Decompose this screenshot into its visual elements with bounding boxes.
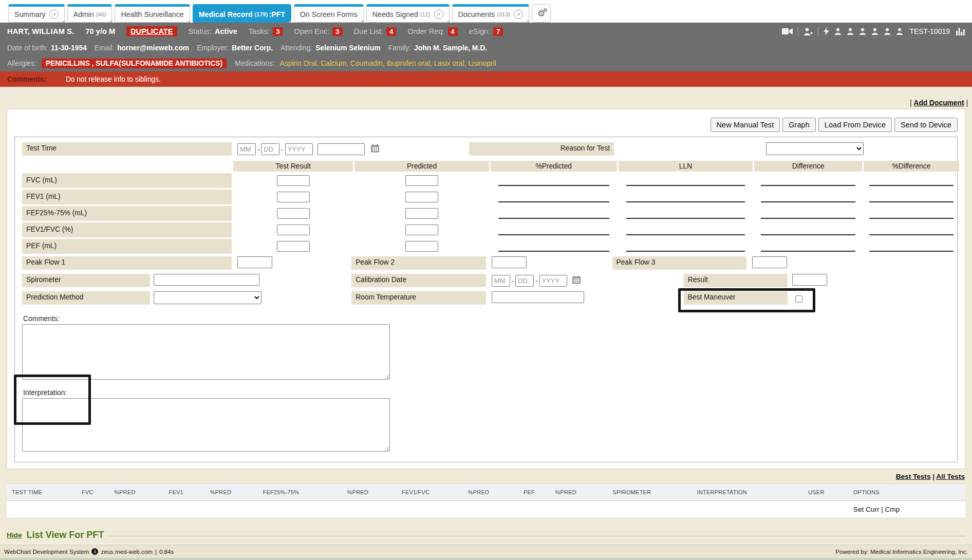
user-icon[interactable] xyxy=(884,28,891,35)
status-label: Status: xyxy=(189,27,212,35)
pef-pct-difference-blank xyxy=(864,239,959,254)
interpretation-textarea[interactable] xyxy=(22,398,390,452)
fev1-predicted-input[interactable] xyxy=(405,192,438,202)
attending-label: Attending: xyxy=(281,44,312,52)
new-manual-test-button[interactable]: New Manual Test xyxy=(711,118,780,132)
hide-link[interactable]: Hide xyxy=(7,531,22,539)
video-visit-icon[interactable] xyxy=(782,28,793,35)
results-col-fvc: FVC xyxy=(80,484,112,501)
spirometer-input[interactable] xyxy=(154,274,259,286)
order-req-badge[interactable]: 4 xyxy=(448,27,458,36)
tab-label: Needs Signed xyxy=(372,10,418,18)
tab-needs-signed[interactable]: Needs Signed (12) ↗ xyxy=(366,4,450,23)
tab-label: Admin xyxy=(73,10,94,18)
fev1fvc-pct-difference-blank xyxy=(864,222,959,237)
peak-flow-2-label: Peak Flow 2 xyxy=(351,256,486,270)
user-icon[interactable] xyxy=(871,28,878,35)
open-enc-badge[interactable]: 3 xyxy=(332,27,342,36)
best-tests-link[interactable]: Best Tests xyxy=(896,473,931,480)
calendar-icon[interactable] xyxy=(370,144,380,155)
allergies-badge[interactable]: PENICILLINS , SULFA(SULFONAMIDE ANTIBIOT… xyxy=(42,59,227,68)
calibration-year-input[interactable] xyxy=(539,275,567,287)
fef-difference-blank xyxy=(754,206,862,221)
fev1fvc-pct-predicted-blank xyxy=(491,222,617,237)
fev1fvc-predicted-input[interactable] xyxy=(405,225,438,235)
tab-count: (179) xyxy=(255,11,268,17)
results-header-row: TEST TIME FVC %PRED FEV1 %PRED FEF25%-75… xyxy=(7,484,965,501)
fvc-predicted-input[interactable] xyxy=(405,175,438,186)
results-col-fev1: FEV1 xyxy=(167,484,208,501)
load-from-device-button[interactable]: Load From Device xyxy=(818,118,892,132)
tab-summary[interactable]: Summary ↗ xyxy=(8,4,65,23)
room-temperature-input[interactable] xyxy=(492,291,585,303)
col-header-difference: Difference xyxy=(754,161,862,172)
test-time-month-input[interactable] xyxy=(237,143,256,155)
calendar-icon[interactable] xyxy=(572,275,581,286)
test-time-day-input[interactable] xyxy=(261,143,279,155)
row-label-fev1-fvc: FEV1/FVC (%) xyxy=(22,222,232,237)
test-time-year-input[interactable] xyxy=(285,143,313,155)
set-curr-cmp-links[interactable]: Set Curr | Cmp xyxy=(851,501,965,518)
fev1-test-result-input[interactable] xyxy=(277,192,310,202)
row-label-pef: PEF (mL) xyxy=(22,239,232,254)
send-to-device-button[interactable]: Send to Device xyxy=(894,118,958,132)
fef-test-result-input[interactable] xyxy=(277,208,310,219)
row-label-fef: FEF25%-75% (mL) xyxy=(22,206,232,221)
tab-medical-record[interactable]: Medical Record (179) :PFT xyxy=(193,4,291,23)
calibration-day-input[interactable] xyxy=(515,275,534,287)
user-icon[interactable] xyxy=(859,28,866,35)
result-input[interactable] xyxy=(792,274,827,286)
fev1-pct-predicted-blank xyxy=(491,190,617,204)
patient-id: TEST-10019 xyxy=(909,27,950,35)
test-time-row: Test Time - - Reason for Test xyxy=(22,142,950,157)
peak-flow-3-input[interactable] xyxy=(752,256,787,268)
info-icon[interactable]: i xyxy=(91,548,98,555)
calibration-date-label: Calibration Date xyxy=(351,274,486,287)
comments-textarea[interactable] xyxy=(22,324,390,380)
fev1fvc-test-result-input[interactable] xyxy=(277,225,310,235)
small-gear-icon: ⚙ xyxy=(543,7,548,13)
order-req-label: Order Req: xyxy=(407,27,444,35)
pipe: | xyxy=(966,99,968,107)
peak-flow-1-input[interactable] xyxy=(237,256,272,268)
settings-gears-button[interactable]: ⚙ ⚙ xyxy=(532,4,551,23)
duplicate-flag[interactable]: DUPLICATE xyxy=(126,26,177,36)
tasks-badge[interactable]: 3 xyxy=(273,27,283,36)
pef-predicted-input[interactable] xyxy=(405,241,438,252)
calibration-month-input[interactable] xyxy=(492,275,510,287)
bar-chart-icon[interactable] xyxy=(956,28,965,35)
comments-banner-text: Do not release info to siblings. xyxy=(66,76,161,83)
user-icon[interactable] xyxy=(834,28,842,35)
prediction-method-label: Prediction Method xyxy=(22,291,150,305)
user-icon[interactable] xyxy=(896,28,903,35)
fev1-lln-blank xyxy=(619,190,753,204)
esign-badge[interactable]: 7 xyxy=(493,27,503,36)
open-chart-icon[interactable]: ↗ xyxy=(514,10,523,19)
best-maneuver-checkbox[interactable] xyxy=(795,295,802,303)
pef-test-result-input[interactable] xyxy=(277,241,310,252)
tab-documents[interactable]: Documents (313) ↗ xyxy=(452,4,529,23)
interpretation-section: Interpretation: xyxy=(22,389,950,454)
fef-predicted-input[interactable] xyxy=(405,208,438,219)
all-tests-link[interactable]: All Tests xyxy=(936,473,965,480)
open-chart-icon[interactable]: ↗ xyxy=(49,10,59,19)
fvc-test-result-input[interactable] xyxy=(277,175,310,186)
user-icon[interactable] xyxy=(847,28,854,35)
results-col-pred4: %PRED xyxy=(466,484,521,501)
add-document-link[interactable]: Add Document xyxy=(913,99,964,107)
prediction-method-select[interactable] xyxy=(154,291,261,304)
tab-admin[interactable]: Admin (46) xyxy=(67,4,113,23)
peak-flow-2-input[interactable] xyxy=(492,256,527,268)
divider xyxy=(108,536,965,536)
open-chart-icon[interactable]: ↗ xyxy=(434,10,443,19)
tab-on-screen-forms[interactable]: On Screen Forms xyxy=(294,4,364,23)
fef-pct-difference-blank xyxy=(864,206,959,221)
due-list-badge[interactable]: 4 xyxy=(386,27,396,36)
reason-for-test-select[interactable] xyxy=(766,142,864,155)
status-value: Active xyxy=(215,27,237,35)
graph-button[interactable]: Graph xyxy=(782,118,816,132)
lightning-icon[interactable] xyxy=(824,27,829,35)
add-person-icon[interactable] xyxy=(803,28,813,35)
tab-health-surveillance[interactable]: Health Surveillance xyxy=(115,4,190,23)
test-time-time-input[interactable] xyxy=(317,143,365,155)
